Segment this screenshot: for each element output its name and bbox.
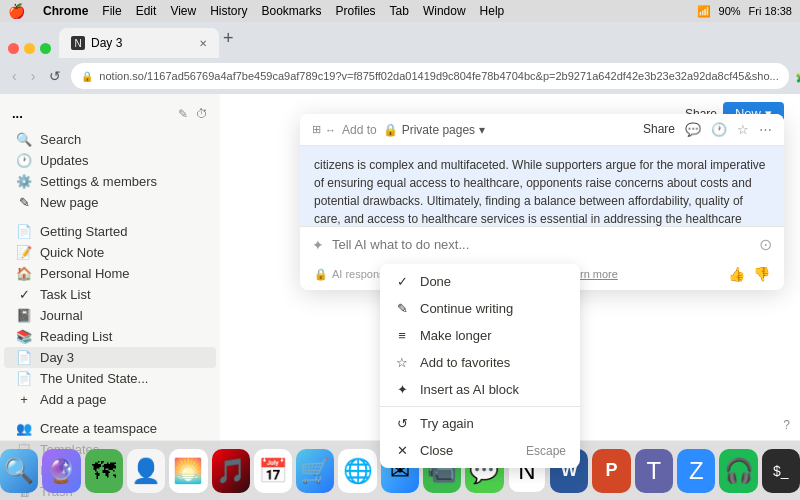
forward-btn[interactable]: › [27,66,40,86]
dock-contacts[interactable]: 👤 [127,449,165,493]
menu-item-make-longer[interactable]: ≡ Make longer [380,322,580,349]
sidebar-item-label: Add a page [40,392,107,407]
refresh-icon: ↺ [394,416,410,431]
menu-item-label: Add to favorites [420,355,510,370]
menu-item-add-favorites[interactable]: ☆ Add to favorites [380,349,580,376]
add-page-icon: + [16,392,32,407]
comment-icon[interactable]: 💬 [685,122,701,137]
menu-item-close[interactable]: ✕ Close Escape [380,437,580,464]
menu-view[interactable]: View [170,4,196,18]
sidebar-item-label: Reading List [40,329,112,344]
menu-bookmarks[interactable]: Bookmarks [262,4,322,18]
ellipsis-icon[interactable]: ⋯ [759,122,772,137]
reading-icon: 📚 [16,329,32,344]
shield-icon: 🔒 [314,268,328,281]
menu-divider [380,406,580,407]
dock-music[interactable]: 🎵 [212,449,250,493]
clock-icon[interactable]: 🕐 [711,122,727,137]
dock-zoom[interactable]: Z [677,449,715,493]
reload-btn[interactable]: ↺ [45,66,65,86]
menu-tab[interactable]: Tab [390,4,409,18]
star-icon[interactable]: ☆ [737,122,749,137]
dock-appstore[interactable]: 🛒 [296,449,334,493]
menu-item-label: Make longer [420,328,492,343]
sidebar-item-quick-note[interactable]: 📝 Quick Note [4,242,216,263]
updates-icon: 🕐 [16,153,32,168]
ai-input-area: ✦ ⊙ [300,226,784,262]
sidebar-item-create-teamspace[interactable]: 👥 Create a teamspace [4,418,216,439]
maximize-btn[interactable] [40,43,51,54]
menu-help[interactable]: Help [480,4,505,18]
dock-chrome[interactable]: 🌐 [338,449,376,493]
page-icon: 📄 [16,224,32,239]
private-icon: 🔒 [383,123,398,137]
sidebar-item-getting-started[interactable]: 📄 Getting Started [4,221,216,242]
dock-siri[interactable]: 🔮 [42,449,80,493]
menu-history[interactable]: History [210,4,247,18]
dock-spotify[interactable]: 🎧 [719,449,757,493]
sidebar-icon-clock[interactable]: ⏱ [196,107,208,121]
thumbs-down-icon[interactable]: 👎 [753,266,770,282]
dock-terminal[interactable]: $_ [762,449,800,493]
menu-file[interactable]: File [102,4,121,18]
selected-text-area: citizens is complex and multifaceted. Wh… [300,146,784,226]
menu-item-label: Try again [420,416,474,431]
sidebar-item-label: The United State... [40,371,148,386]
edit-icon: ✎ [394,301,410,316]
extensions-icon[interactable]: 🧩 [795,69,800,84]
private-pages-selector[interactable]: 🔒 Private pages ▾ [383,123,485,137]
back-btn[interactable]: ‹ [8,66,21,86]
sidebar-item-reading-list[interactable]: 📚 Reading List [4,326,216,347]
sidebar-item-day3[interactable]: 📄 Day 3 [4,347,216,368]
url-bar[interactable]: 🔒 notion.so/1167ad56769a4af7be459ca9af78… [71,63,788,89]
menu-chrome[interactable]: Chrome [43,4,88,18]
sidebar-icon-pencil[interactable]: ✎ [178,107,188,121]
battery-indicator: 90% [719,5,741,17]
clock: Fri 18:38 [749,5,792,17]
menu-edit[interactable]: Edit [136,4,157,18]
thumbs-up-icon[interactable]: 👍 [728,266,745,282]
sidebar-item-new-page[interactable]: ✎ New page [4,192,216,213]
sidebar-item-label: Updates [40,153,88,168]
minimize-btn[interactable] [24,43,35,54]
sidebar-item-journal[interactable]: 📓 Journal [4,305,216,326]
sidebar-item-settings[interactable]: ⚙️ Settings & members [4,171,216,192]
browser-tab[interactable]: N Day 3 ✕ [59,28,219,58]
dock-calendar[interactable]: 📅 [254,449,292,493]
chrome-window: N Day 3 ✕ + ‹ › ↺ 🔒 notion.so/1167ad5676… [0,22,800,500]
united-states-icon: 📄 [16,371,32,386]
ai-input[interactable] [332,237,751,252]
menu-item-try-again[interactable]: ↺ Try again [380,410,580,437]
sidebar-item-add-page[interactable]: + Add a page [4,389,216,410]
menu-window[interactable]: Window [423,4,466,18]
new-tab-button[interactable]: + [223,28,234,49]
sidebar-item-label: Day 3 [40,350,74,365]
apple-menu[interactable]: 🍎 [8,3,25,19]
dock-powerpoint[interactable]: P [592,449,630,493]
ai-context-icons: ⊞ ↔ [312,123,336,136]
sidebar-item-united-states[interactable]: 📄 The United State... [4,368,216,389]
ai-send-btn[interactable]: ⊙ [759,235,772,254]
menu-item-label: Close [420,443,453,458]
dock-maps[interactable]: 🗺 [85,449,123,493]
star-icon: ☆ [394,355,410,370]
menu-item-done[interactable]: ✓ Done [380,268,580,295]
tab-close-btn[interactable]: ✕ [199,38,207,49]
sidebar-icon-group: ✎ ⏱ [178,107,208,121]
dock-finder[interactable]: 🔍 [0,449,38,493]
menu-item-insert-ai-block[interactable]: ✦ Insert as AI block [380,376,580,403]
sidebar-item-task-list[interactable]: ✓ Task List [4,284,216,305]
menu-item-continue-writing[interactable]: ✎ Continue writing [380,295,580,322]
sidebar-item-search[interactable]: 🔍 Search [4,129,216,150]
sidebar-item-label: Settings & members [40,174,157,189]
sidebar-item-personal-home[interactable]: 🏠 Personal Home [4,263,216,284]
settings-icon: ⚙️ [16,174,32,189]
share-header-btn[interactable]: Share [643,122,675,137]
sidebar-item-updates[interactable]: 🕐 Updates [4,150,216,171]
dock-teams[interactable]: T [635,449,673,493]
menu-profiles[interactable]: Profiles [336,4,376,18]
teamspace-icon: 👥 [16,421,32,436]
help-button[interactable]: ? [783,418,790,432]
dock-photos[interactable]: 🌅 [169,449,207,493]
close-window-btn[interactable] [8,43,19,54]
